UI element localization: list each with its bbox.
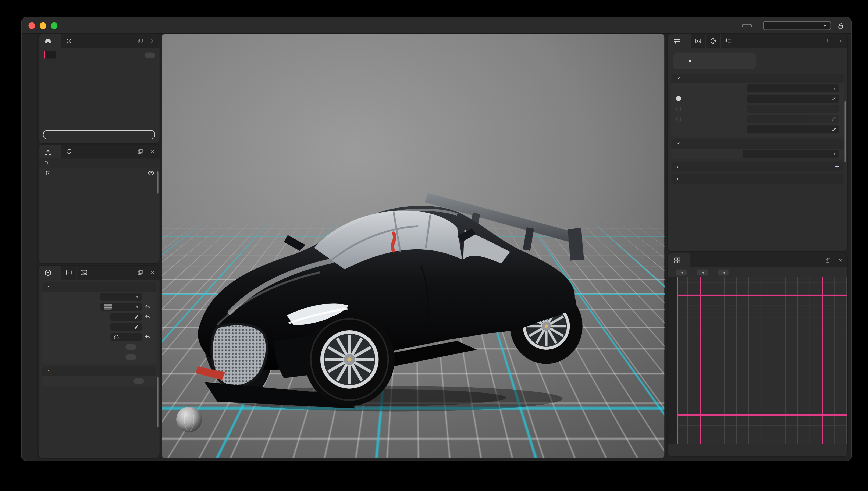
palette-tab[interactable]	[705, 34, 720, 48]
viewport-settings-scrollbar[interactable]	[157, 377, 158, 427]
group-header[interactable]	[42, 367, 156, 376]
tab-mesh-operation-settings[interactable]	[668, 34, 690, 48]
environment-settings-group	[42, 282, 156, 364]
reset-button[interactable]	[145, 303, 152, 311]
maximum-deviation-field[interactable]	[747, 126, 839, 134]
maximum-deviation-row	[671, 124, 844, 137]
lod-entry-row[interactable]	[38, 50, 160, 60]
group-header[interactable]	[671, 74, 844, 83]
group-icon	[45, 170, 51, 176]
scene-toggle[interactable]	[133, 378, 144, 384]
chevron-down-icon	[47, 369, 51, 373]
close-panel-button[interactable]	[835, 36, 845, 46]
group-header[interactable]	[671, 174, 844, 183]
float-icon	[825, 257, 831, 263]
close-panel-button[interactable]	[147, 36, 157, 46]
importance-dropdown[interactable]	[743, 150, 839, 158]
grid-status-button[interactable]	[742, 24, 752, 27]
materials-tab[interactable]	[690, 34, 705, 48]
chip-icon	[44, 37, 52, 45]
absolute-triangles-field[interactable]	[747, 105, 839, 113]
car-model[interactable]	[183, 161, 624, 421]
outliner-panel	[38, 145, 160, 263]
tab-mesh-operations[interactable]	[38, 34, 61, 48]
environment-dropdown[interactable]	[100, 303, 142, 311]
close-panel-button[interactable]	[835, 255, 845, 265]
outliner-tree-row[interactable]	[38, 170, 160, 177]
opacity-field[interactable]	[110, 313, 142, 321]
float-icon	[137, 269, 143, 276]
mesh-operations-settings-tab[interactable]	[61, 34, 76, 48]
hierarchy-icon	[44, 147, 52, 155]
percent-triangles-radio[interactable]	[676, 96, 681, 101]
add-rule-button[interactable]: +	[835, 162, 839, 171]
visibility-eye-icon[interactable]	[147, 170, 154, 177]
absolute-triangles-radio[interactable]	[676, 106, 681, 112]
outliner-search-input[interactable]	[38, 158, 160, 169]
float-panel-button[interactable]	[135, 36, 145, 46]
float-panel-button[interactable]	[823, 36, 833, 46]
close-window-button[interactable]	[28, 22, 35, 29]
textures-dropdown[interactable]	[697, 269, 707, 275]
gear-icon	[65, 37, 72, 45]
blur-row	[42, 322, 156, 332]
float-panel-button[interactable]	[135, 146, 145, 156]
viewport-3d[interactable]	[162, 34, 664, 458]
info-tab[interactable]	[61, 265, 76, 280]
lod-enabled-toggle[interactable]	[145, 52, 155, 58]
info-icon	[65, 269, 72, 276]
chevron-down-icon	[676, 76, 681, 81]
rotation-knob-icon[interactable]	[113, 334, 119, 340]
group-header[interactable]	[671, 139, 844, 149]
automatic-quality-row	[671, 83, 844, 93]
screen-size-radio[interactable]	[676, 117, 681, 122]
operation-type-dropdown[interactable]	[673, 52, 756, 69]
float-panel-button[interactable]	[135, 267, 145, 278]
palette-icon	[709, 37, 717, 45]
settings-scrollbar[interactable]	[844, 101, 846, 162]
automatic-quality-dropdown[interactable]	[747, 84, 839, 92]
tab-outliner[interactable]	[38, 145, 61, 158]
uv-grid-icon	[673, 256, 681, 264]
lod-type-badge	[44, 51, 56, 58]
workspace-dropdown[interactable]	[763, 21, 831, 30]
hdri-thumbnail	[104, 304, 112, 310]
outliner-scrollbar[interactable]	[157, 171, 158, 194]
window-controls	[28, 22, 57, 29]
chevron-right-icon	[676, 164, 681, 169]
reset-button[interactable]	[145, 333, 152, 341]
close-icon	[149, 148, 155, 154]
tab-uv-viewer[interactable]	[668, 253, 690, 267]
start-button[interactable]	[43, 130, 155, 139]
render-mode-dropdown[interactable]	[100, 293, 142, 301]
reset-button[interactable]	[145, 313, 152, 320]
numbered-list-icon	[724, 37, 731, 45]
orbit-camera-toggle[interactable]	[125, 354, 136, 360]
continuous-rotation-toggle[interactable]	[125, 344, 136, 350]
materials-filter-dropdown[interactable]	[675, 269, 687, 275]
minimize-window-button[interactable]	[40, 22, 47, 29]
uv-canvas[interactable]	[668, 277, 847, 444]
zoom-window-button[interactable]	[51, 22, 58, 29]
group-header[interactable]	[42, 282, 156, 292]
rotation-field[interactable]	[110, 333, 142, 341]
lock-icon[interactable]	[837, 21, 845, 29]
tab-viewport-settings[interactable]	[38, 265, 61, 280]
percent-triangles-field[interactable]	[747, 95, 839, 103]
add-entry-button[interactable]	[38, 60, 160, 62]
group-header[interactable]: +	[671, 162, 844, 171]
console-tab[interactable]	[76, 265, 91, 280]
float-panel-button[interactable]	[823, 255, 833, 265]
screen-size-field[interactable]	[747, 115, 839, 123]
axis-gizmo[interactable]	[176, 407, 202, 432]
close-panel-button[interactable]	[147, 146, 157, 156]
list-tab[interactable]	[720, 34, 735, 48]
blur-field[interactable]	[110, 323, 142, 331]
uv-toolbar-button[interactable]	[668, 279, 677, 288]
uv-boundary-line	[677, 277, 677, 444]
mesh-operation-settings-panel: +	[668, 34, 847, 251]
close-panel-button[interactable]	[147, 267, 157, 278]
outliner-refresh-button[interactable]	[61, 145, 76, 158]
uvset-dropdown[interactable]	[718, 269, 729, 275]
environment-row	[42, 302, 156, 312]
